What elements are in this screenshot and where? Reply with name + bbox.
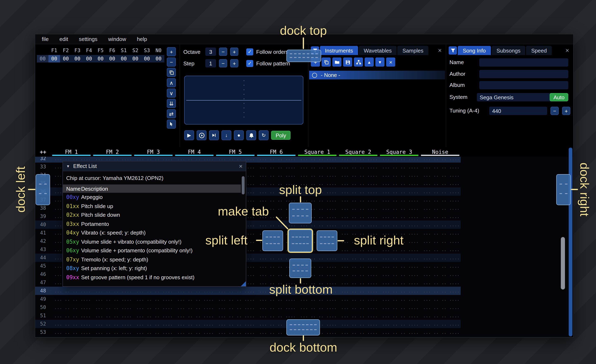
pattern-cell-noise[interactable]: ... .. .. .... bbox=[420, 164, 461, 169]
pattern-cell-fm-1[interactable]: ... .. .. .... bbox=[51, 297, 92, 302]
pattern-cell-square-2[interactable]: ... .. .. .... bbox=[338, 313, 379, 318]
pattern-cell-square-3[interactable]: ... .. .. .... bbox=[379, 272, 420, 277]
dock-target-right[interactable] bbox=[556, 174, 571, 205]
pattern-expand-button[interactable]: ++ bbox=[35, 147, 51, 157]
pattern-cell-square-3[interactable]: ... .. .. .... bbox=[379, 297, 420, 302]
pattern-cell-fm-1[interactable]: ... .. .. .... bbox=[51, 305, 92, 310]
channel-header-noise[interactable]: Noise bbox=[420, 147, 461, 157]
split-target-top[interactable] bbox=[289, 203, 312, 223]
pattern-cell-square-3[interactable]: ... .. .. .... bbox=[379, 321, 420, 326]
pattern-cell-square-1[interactable]: ... .. .. .... bbox=[297, 164, 338, 169]
metronome-button[interactable] bbox=[246, 130, 256, 140]
pattern-cell-fm-6[interactable]: ... .. .. .... bbox=[256, 305, 297, 310]
order-cell-s3[interactable]: 00 bbox=[141, 55, 153, 62]
pattern-cell-noise[interactable]: ... .. .. .... bbox=[420, 297, 461, 302]
menu-item-settings[interactable]: settings bbox=[79, 36, 97, 42]
pattern-cell-square-2[interactable]: ... .. .. .... bbox=[338, 164, 379, 169]
instrument-move-down-button[interactable]: ▼ bbox=[375, 58, 385, 67]
pattern-cell-noise[interactable]: ... .. .. .... bbox=[420, 305, 461, 310]
effect-row-08xy[interactable]: 08xySet panning (x: left; y: right) bbox=[63, 264, 246, 273]
order-cell-f6[interactable]: 00 bbox=[106, 55, 118, 62]
order-edit-mode-button[interactable] bbox=[167, 120, 176, 129]
pattern-cell-fm-3[interactable]: ... .. .. .... bbox=[133, 305, 174, 310]
pattern-cell-noise[interactable]: ... .. .. .... bbox=[420, 288, 461, 293]
tab-subsongs[interactable]: Subsongs bbox=[492, 46, 525, 55]
order-cell-s2[interactable]: 00 bbox=[130, 55, 141, 62]
pattern-cell-square-3[interactable]: ... .. .. .... bbox=[379, 280, 420, 285]
pattern-cell-noise[interactable]: ... .. .. .... bbox=[420, 330, 461, 335]
order-change-mode-button[interactable]: ⇄ bbox=[167, 109, 176, 118]
channel-header-square-3[interactable]: Square 3 bbox=[379, 147, 420, 157]
instrument-duplicate-button[interactable] bbox=[322, 58, 331, 67]
effect-row-06xy[interactable]: 06xyVolume slide + portamento (compatibi… bbox=[63, 246, 246, 255]
tuning-input[interactable]: 440 bbox=[489, 107, 547, 115]
pattern-cell-square-3[interactable]: ... .. .. .... bbox=[379, 206, 420, 211]
pattern-cell-square-2[interactable]: ... .. .. .... bbox=[338, 288, 379, 293]
pattern-cell-fm-3[interactable]: ... .. .. .... bbox=[133, 288, 174, 293]
pattern-scrollbar-thumb[interactable] bbox=[561, 237, 565, 290]
poly-toggle-button[interactable]: Poly bbox=[271, 131, 291, 140]
pattern-cell-fm-1[interactable]: ... .. .. .... bbox=[51, 288, 92, 293]
pattern-cell-fm-2[interactable]: ... .. .. .... bbox=[92, 288, 133, 293]
order-add-button[interactable]: + bbox=[167, 47, 176, 56]
pattern-cell-noise[interactable]: ... .. .. .... bbox=[420, 313, 461, 318]
pattern-cell-fm-3[interactable]: ... .. .. .... bbox=[133, 313, 174, 318]
channel-header-square-2[interactable]: Square 2 bbox=[338, 147, 379, 157]
pattern-cell-square-3[interactable]: ... .. .. .... bbox=[379, 255, 420, 260]
instrument-organize-button[interactable] bbox=[354, 58, 363, 67]
instrument-save-button[interactable] bbox=[343, 58, 352, 67]
order-cell-f5[interactable]: 00 bbox=[95, 55, 106, 62]
order-move-down-button[interactable]: ∨ bbox=[167, 88, 176, 98]
effect-list-scrollbar-thumb[interactable] bbox=[242, 176, 245, 194]
instrument-delete-button[interactable]: × bbox=[386, 58, 395, 67]
step-decrement-button[interactable]: − bbox=[219, 59, 227, 67]
pattern-cell-noise[interactable]: ... .. .. .... bbox=[420, 263, 461, 269]
pattern-cell-fm-2[interactable]: ... .. .. .... bbox=[92, 321, 133, 326]
pattern-cell-square-2[interactable]: ... .. .. .... bbox=[338, 189, 379, 194]
pattern-cell-square-2[interactable]: ... .. .. .... bbox=[338, 280, 379, 285]
order-cell-f3[interactable]: 00 bbox=[72, 55, 83, 62]
pattern-cell-fm-3[interactable]: ... .. .. .... bbox=[133, 330, 174, 335]
octave-decrement-button[interactable]: − bbox=[219, 48, 227, 56]
menu-item-window[interactable]: window bbox=[108, 36, 126, 42]
pattern-cell-square-1[interactable]: ... .. .. .... bbox=[297, 197, 338, 202]
channel-header-fm-6[interactable]: FM 6 bbox=[256, 147, 297, 157]
pattern-cell-square-3[interactable]: ... .. .. .... bbox=[379, 263, 420, 269]
pattern-cell-fm-6[interactable]: ... .. .. .... bbox=[256, 173, 297, 177]
author-input[interactable] bbox=[479, 70, 568, 78]
pattern-cell-fm-6[interactable]: ... .. .. .... bbox=[256, 157, 297, 161]
pattern-cell-square-2[interactable]: ... .. .. .... bbox=[338, 157, 379, 161]
step-input[interactable]: 1 bbox=[205, 59, 216, 67]
menu-item-help[interactable]: help bbox=[137, 36, 147, 42]
instrument-move-up-button[interactable]: ▲ bbox=[365, 58, 374, 67]
pattern-cell-fm-6[interactable]: ... .. .. .... bbox=[256, 164, 297, 169]
pattern-cell-fm-6[interactable]: ... .. .. .... bbox=[256, 297, 297, 302]
pattern-cell-noise[interactable]: ... .. .. .... bbox=[420, 239, 461, 244]
play-one-row-button[interactable] bbox=[209, 130, 219, 140]
order-cell-n0[interactable]: 00 bbox=[153, 55, 164, 62]
pattern-cell-fm-4[interactable]: ... .. .. .... bbox=[174, 321, 215, 326]
order-move-up-button[interactable]: ∧ bbox=[167, 78, 176, 87]
pattern-cell-square-2[interactable]: ... .. .. .... bbox=[338, 206, 379, 211]
channel-header-fm-5[interactable]: FM 5 bbox=[215, 147, 256, 157]
channel-header-fm-2[interactable]: FM 2 bbox=[92, 147, 133, 157]
instrument-list-item-none[interactable]: - None - bbox=[309, 71, 445, 80]
pattern-cell-fm-3[interactable]: ... .. .. .... bbox=[133, 157, 174, 161]
tab-speed[interactable]: Speed bbox=[526, 46, 552, 55]
pattern-cell-fm-4[interactable]: ... .. .. .... bbox=[174, 330, 215, 335]
follow-pattern-checkbox[interactable]: ✓ bbox=[246, 60, 253, 67]
pattern-cell-square-3[interactable]: ... .. .. .... bbox=[379, 222, 420, 227]
instruments-panel-close-button[interactable]: × bbox=[436, 47, 443, 54]
dock-target-left[interactable] bbox=[36, 174, 50, 205]
pattern-cell-square-3[interactable]: ... .. .. .... bbox=[379, 313, 420, 318]
pattern-cell-square-3[interactable]: ... .. .. .... bbox=[379, 173, 420, 177]
pattern-cell-square-3[interactable]: ... .. .. .... bbox=[379, 330, 420, 335]
name-input[interactable] bbox=[479, 58, 568, 67]
pattern-cell-noise[interactable]: ... .. .. .... bbox=[420, 181, 461, 186]
pattern-cell-fm-5[interactable]: ... .. .. .... bbox=[215, 297, 256, 302]
pattern-cell-square-3[interactable]: ... .. .. .... bbox=[379, 288, 420, 293]
step-one-row-button[interactable]: ↓ bbox=[221, 130, 231, 140]
system-auto-button[interactable]: Auto bbox=[550, 93, 568, 101]
pattern-cell-fm-1[interactable]: ... .. .. .... bbox=[51, 313, 92, 318]
pattern-cell-fm-2[interactable]: ... .. .. .... bbox=[92, 305, 133, 310]
